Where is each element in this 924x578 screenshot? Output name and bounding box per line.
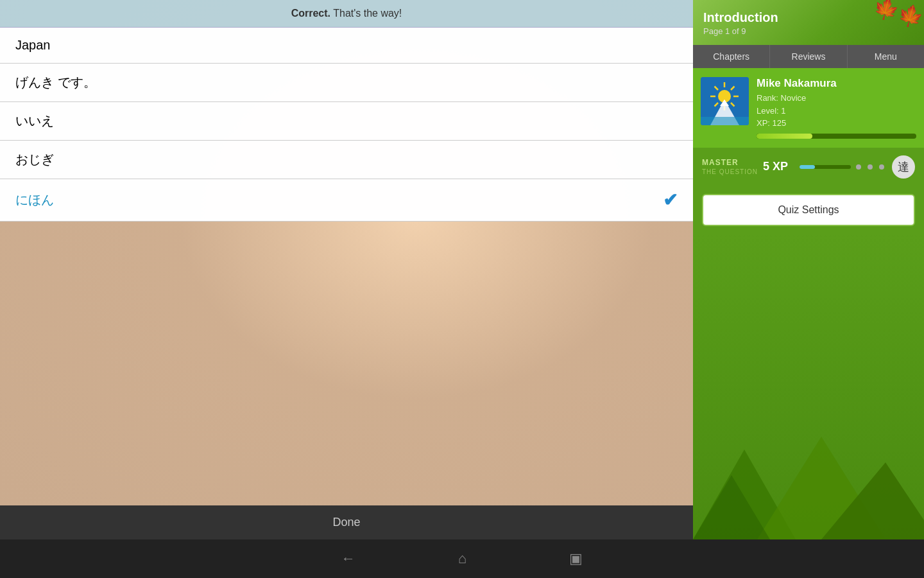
sidebar-subtitle: Page 1 of 9 [703,26,914,36]
correct-banner: Correct. That's the way! [0,0,693,28]
tab-menu[interactable]: Menu [848,45,924,68]
choice-2-text: げんき です。 [15,74,96,91]
back-button[interactable]: ← [341,550,355,567]
sidebar-mountains [693,234,924,540]
recent-button[interactable]: ▣ [569,550,583,567]
done-button[interactable]: Done [0,505,693,539]
mountain-svg [693,398,924,539]
tab-bar: Chapters Reviews Menu [693,45,924,68]
correct-label: Correct. [291,8,330,19]
choice-4-text: おじぎ [15,151,54,168]
tab-chapters[interactable]: Chapters [693,45,770,68]
user-info: Mike Nakamura Rank: Novice Level: 1 XP: … [757,77,916,139]
choice-1-text: Japan [15,38,51,53]
xp-bar-fill [757,134,812,139]
svg-rect-12 [701,117,749,125]
master-bar [800,165,851,169]
home-button[interactable]: ⌂ [458,550,466,567]
user-rank: Rank: Novice [757,92,916,105]
user-name: Mike Nakamura [757,77,916,90]
choice-3-text: いいえ [15,112,54,130]
master-xp-group: 5 XP [763,160,788,173]
correct-message: That's the way! [330,8,402,19]
master-progress-bar [800,164,886,170]
dot-1 [856,164,861,170]
choice-2[interactable]: げんき です。 [0,64,693,102]
master-bar-fill [800,165,815,169]
choice-5-text: にほん [15,191,54,209]
dot-2 [868,164,873,170]
content-area: Correct. That's the way! Japan げんき です。 い… [0,0,924,539]
tab-reviews[interactable]: Reviews [770,45,847,68]
main-area: Correct. That's the way! Japan げんき です。 い… [0,0,693,539]
app-container: Correct. That's the way! Japan げんき です。 い… [0,0,924,578]
checkmark-icon: ✔ [663,189,678,211]
choice-1[interactable]: Japan [0,28,693,64]
master-sublabel: THE QUESTION [702,168,758,175]
master-xp-value: 5 XP [763,160,788,173]
sidebar-header: 🍁🍁 Introduction Page 1 of 9 [693,0,924,45]
remaining-space [0,222,693,505]
nav-bar: ← ⌂ ▣ [0,539,924,578]
choice-3[interactable]: いいえ [0,102,693,141]
dot-3 [879,164,884,170]
user-card: Mike Nakamura Rank: Novice Level: 1 XP: … [693,68,924,148]
choice-5[interactable]: にほん ✔ [0,179,693,222]
xp-bar [757,134,916,139]
choices-container: Japan げんき です。 いいえ おじぎ にほん ✔ [0,28,693,222]
choice-4[interactable]: おじぎ [0,141,693,179]
quiz-settings-button[interactable]: Quiz Settings [702,194,915,226]
sidebar: 🍁🍁 Introduction Page 1 of 9 Chapters Rev… [693,0,924,539]
master-text-group: MASTER THE QUESTION [702,158,758,175]
master-kanji-icon: 達 [892,155,915,179]
master-label: MASTER [702,158,758,168]
avatar-art [701,77,749,125]
user-xp: XP: 125 [757,117,916,130]
master-section: MASTER THE QUESTION 5 XP 達 [693,148,924,186]
done-label: Done [332,516,360,529]
user-level: Level: 1 [757,105,916,118]
user-avatar [701,77,749,125]
